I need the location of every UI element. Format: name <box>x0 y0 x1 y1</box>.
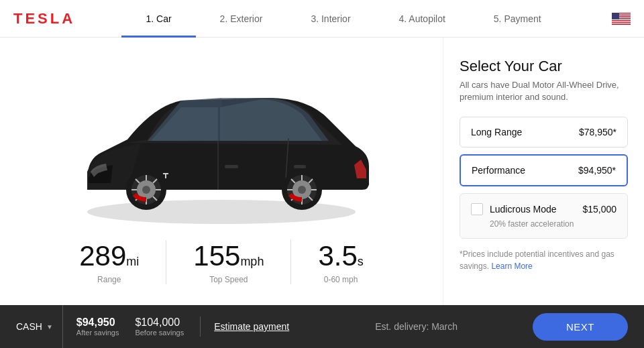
estimate-payment-button[interactable]: Estimate payment <box>203 321 300 332</box>
disclaimer: *Prices include potential incentives and… <box>460 248 628 272</box>
stat-range-label: Range <box>97 275 121 284</box>
stat-accel-label: 0-60 mph <box>324 275 358 284</box>
option-performance-label: Performance <box>472 165 525 176</box>
after-savings-label: After savings <box>76 329 119 337</box>
tab-autopilot[interactable]: 4. Autopilot <box>375 0 470 38</box>
car-stats: 289mi Range 155mph Top Speed 3.5s 0-60 m… <box>52 240 390 284</box>
svg-point-24 <box>298 186 306 194</box>
nav-tabs: 1. Car 2. Exterior 3. Interior 4. Autopi… <box>75 0 612 38</box>
stat-range-value: 289mi <box>79 240 139 272</box>
footer-prices: $94,950 After savings $104,000 Before sa… <box>63 316 197 337</box>
svg-rect-10 <box>612 21 631 22</box>
svg-rect-42 <box>165 173 166 178</box>
svg-rect-11 <box>612 23 631 23</box>
stat-speed-value: 155mph <box>193 240 264 272</box>
next-button[interactable]: NEXT <box>533 313 628 341</box>
tab-payment[interactable]: 5. Payment <box>470 0 566 38</box>
svg-rect-13 <box>612 13 619 19</box>
tab-interior[interactable]: 3. Interior <box>286 0 374 38</box>
stat-speed-label: Top Speed <box>209 275 248 284</box>
option-long-range-price: $78,950* <box>579 127 616 137</box>
footer-bar: CASH ▼ $94,950 After savings $104,000 Be… <box>0 305 644 348</box>
svg-point-20 <box>142 186 150 194</box>
addon-ludicrous-checkbox[interactable] <box>471 203 483 215</box>
svg-rect-12 <box>612 23 631 24</box>
addon-ludicrous-desc: 20% faster acceleration <box>490 219 616 229</box>
car-panel: 289mi Range 155mph Top Speed 3.5s 0-60 m… <box>0 38 443 305</box>
addon-ludicrous: Ludicrous Mode $15,000 20% faster accele… <box>460 193 628 239</box>
addon-ludicrous-label: Ludicrous Mode <box>490 204 576 215</box>
car-image <box>47 59 396 233</box>
config-subtitle: All cars have Dual Motor All-Wheel Drive… <box>460 79 628 103</box>
footer-divider <box>200 316 201 337</box>
stat-accel: 3.5s 0-60 mph <box>291 240 390 284</box>
before-savings-price: $104,000 <box>135 316 184 329</box>
addon-ludicrous-price: $15,000 <box>582 204 616 215</box>
svg-rect-7 <box>612 19 631 19</box>
car-svg <box>47 66 396 227</box>
config-panel: Select Your Car All cars have Dual Motor… <box>443 38 644 305</box>
option-performance-price: $94,950* <box>578 165 616 176</box>
tab-car[interactable]: 1. Car <box>121 0 195 38</box>
before-savings: $104,000 Before savings <box>135 316 184 337</box>
stat-speed: 155mph Top Speed <box>166 240 291 284</box>
option-long-range-label: Long Range <box>471 127 522 137</box>
option-performance[interactable]: Performance $94,950* <box>460 154 628 186</box>
after-savings-price: $94,950 <box>76 316 119 329</box>
tab-exterior[interactable]: 2. Exterior <box>196 0 287 38</box>
option-long-range[interactable]: Long Range $78,950* <box>460 117 628 148</box>
cash-button[interactable]: CASH ▼ <box>16 305 63 348</box>
after-savings: $94,950 After savings <box>76 316 119 337</box>
chevron-down-icon: ▼ <box>46 323 53 331</box>
svg-rect-44 <box>294 165 306 168</box>
header: TESLA 1. Car 2. Exterior 3. Interior 4. … <box>0 0 644 38</box>
stat-accel-value: 3.5s <box>318 240 363 272</box>
stat-range: 289mi Range <box>52 240 166 284</box>
delivery-info: Est. delivery: March <box>300 321 533 332</box>
tesla-logo: TESLA <box>13 10 75 27</box>
main-content: 289mi Range 155mph Top Speed 3.5s 0-60 m… <box>0 38 644 305</box>
config-title: Select Your Car <box>460 58 628 75</box>
flag-icon[interactable] <box>612 13 631 25</box>
learn-more-link[interactable]: Learn More <box>491 262 532 271</box>
before-savings-label: Before savings <box>135 329 184 337</box>
cash-label: CASH <box>16 321 42 332</box>
svg-rect-8 <box>612 20 631 21</box>
svg-rect-43 <box>225 165 238 168</box>
svg-rect-9 <box>612 21 631 21</box>
